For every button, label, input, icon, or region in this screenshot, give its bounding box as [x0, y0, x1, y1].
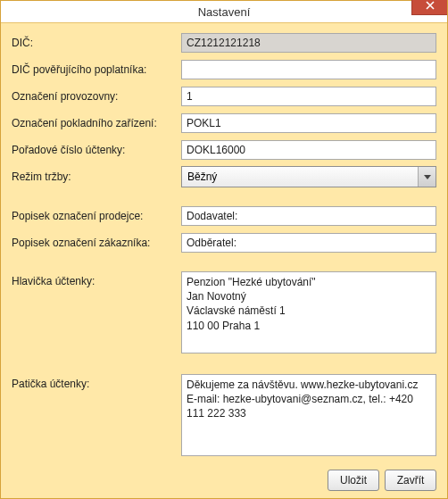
row-popisek-prodejce: Popisek označení prodejce: [12, 205, 436, 227]
row-poradove: Pořadové číslo účtenky: [12, 139, 436, 161]
paticka-field[interactable] [181, 374, 436, 456]
dic-field[interactable] [181, 33, 436, 53]
label-hlavicka: Hlavička účtenky: [12, 271, 181, 291]
dic-pov-field[interactable] [181, 60, 436, 79]
close-icon [426, 1, 435, 10]
label-rezim: Režim tržby: [12, 167, 181, 187]
row-popisek-zakaznik: Popisek označení zákazníka: [12, 232, 436, 254]
zarizeni-field[interactable] [181, 113, 436, 133]
rezim-value: Běžný [187, 170, 217, 183]
label-poradove: Pořadové číslo účtenky: [12, 140, 181, 160]
settings-window: Nastavení DIČ: DIČ pověřujícího poplatní… [0, 0, 448, 499]
label-dic-pov: DIČ pověřujícího poplatníka: [12, 60, 181, 79]
dialog-content: DIČ: DIČ pověřujícího poplatníka: Označe… [1, 23, 447, 498]
poradove-field[interactable] [181, 140, 436, 160]
close-window-button[interactable] [411, 0, 447, 15]
row-rezim: Režim tržby: Běžný [12, 166, 436, 187]
titlebar: Nastavení [1, 1, 447, 23]
row-dic-pov: DIČ pověřujícího poplatníka: [12, 59, 436, 80]
row-paticka: Patička účtenky: [12, 374, 436, 459]
chevron-down-icon [418, 167, 436, 187]
row-zarizeni: Označení pokladního zařízení: [12, 112, 436, 134]
label-dic: DIČ: [12, 33, 181, 53]
row-hlavicka: Hlavička účtenky: [12, 271, 436, 356]
row-dic: DIČ: [12, 32, 436, 54]
row-provozovna: Označení provozovny: [12, 86, 436, 107]
label-paticka: Patička účtenky: [12, 374, 181, 394]
popisek-zakaznik-field[interactable] [181, 233, 436, 253]
popisek-prodejce-field[interactable] [181, 206, 436, 226]
save-button[interactable]: Uložit [328, 470, 379, 491]
provozovna-field[interactable] [181, 87, 436, 106]
label-zarizeni: Označení pokladního zařízení: [12, 113, 181, 133]
dialog-buttons: Uložit Zavřít [12, 464, 436, 491]
close-button[interactable]: Zavřít [385, 470, 436, 491]
rezim-select[interactable]: Běžný [181, 166, 436, 187]
label-popisek-prodejce: Popisek označení prodejce: [12, 206, 181, 226]
label-popisek-zakaznik: Popisek označení zákazníka: [12, 233, 181, 253]
hlavicka-field[interactable] [181, 271, 436, 353]
window-title: Nastavení [1, 5, 447, 19]
label-provozovna: Označení provozovny: [12, 87, 181, 106]
